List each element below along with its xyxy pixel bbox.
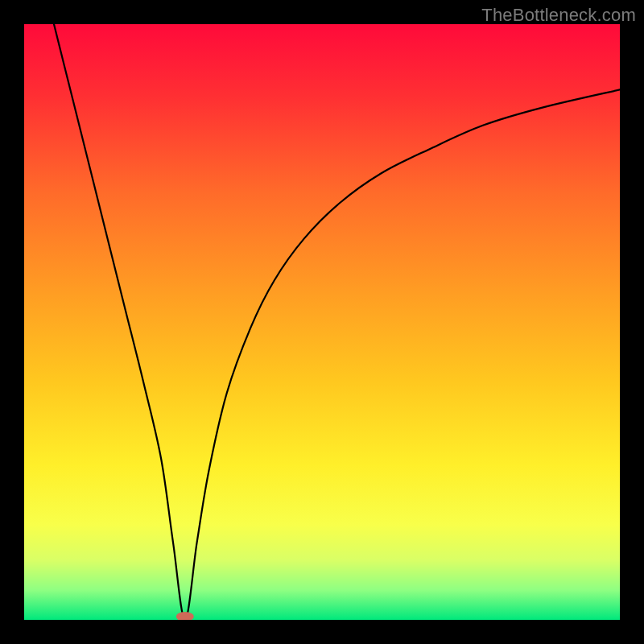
bottleneck-curve [24,24,620,620]
watermark-label: TheBottleneck.com [481,5,636,26]
curve-path [54,24,620,620]
chart-frame: TheBottleneck.com [0,0,644,644]
minimum-marker [176,612,194,620]
plot-area [24,24,620,620]
